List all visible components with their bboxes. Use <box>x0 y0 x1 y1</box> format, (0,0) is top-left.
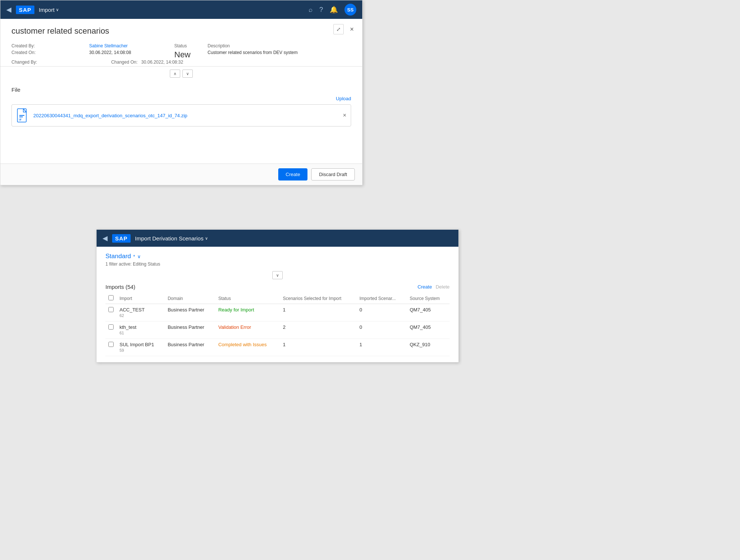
changed-on-label: Changed On: <box>111 60 137 65</box>
collapse-bar: ∧ ∨ <box>0 66 362 81</box>
file-name: 20220630044341_mdq_export_derivation_sce… <box>33 113 346 118</box>
created-on-value: 30.06.2022, 14:08:08 <box>89 50 171 60</box>
table-header-row: Imports (54) Create Delete <box>105 284 450 290</box>
row-checkbox-cell <box>105 304 117 321</box>
header-title: Import ∨ <box>39 7 59 13</box>
td-import-1: kth_test 61 <box>117 321 165 339</box>
row-checkbox-cell <box>105 339 117 356</box>
file-item: 20220630044341_mdq_export_derivation_sce… <box>11 104 351 126</box>
td-domain-1: Business Partner <box>165 321 215 339</box>
bottom-back-button[interactable]: ◀ <box>102 234 108 242</box>
top-panel-header: ◀ SAP Import ∨ ⌕ ? 🔔 SS <box>0 0 362 19</box>
bottom-sap-logo: SAP <box>112 234 131 243</box>
avatar[interactable]: SS <box>344 4 356 16</box>
file-remove-button[interactable]: × <box>343 112 346 119</box>
svg-rect-1 <box>19 115 24 116</box>
table-create-button[interactable]: Create <box>417 284 432 290</box>
th-domain: Domain <box>165 293 215 304</box>
top-panel: ◀ SAP Import ∨ ⌕ ? 🔔 SS ⤢ × customer rel… <box>0 0 363 185</box>
td-status-0: Ready for Import <box>215 304 280 321</box>
created-by-value: Sabine Stellmacher <box>89 43 171 48</box>
header-title-chevron[interactable]: ∨ <box>56 7 59 12</box>
td-imported-scenarios-1: 0 <box>357 321 407 339</box>
th-status: Status <box>215 293 280 304</box>
meta-grid: Created By: Sabine Stellmacher Status De… <box>11 43 351 60</box>
upload-area: Upload <box>11 96 351 101</box>
row-checkbox-cell <box>105 321 117 339</box>
table-title: Imports (54) <box>105 284 135 290</box>
file-section-title: File <box>11 87 351 93</box>
back-button[interactable]: ◀ <box>6 6 11 14</box>
td-source-system-0: QM7_405 <box>407 304 450 321</box>
changed-by-label: Changed By: <box>11 60 37 65</box>
view-title-asterisk: * <box>133 254 135 259</box>
td-imported-scenarios-2: 1 <box>357 339 407 356</box>
svg-point-3 <box>18 118 21 121</box>
panel-footer: Create Discard Draft <box>0 163 362 185</box>
th-source-system: Source System <box>407 293 450 304</box>
th-checkbox <box>105 293 117 304</box>
bottom-header-title-chevron[interactable]: ∨ <box>205 236 208 241</box>
filter-collapse: ∨ <box>105 271 450 279</box>
filter-collapse-button[interactable]: ∨ <box>272 271 283 279</box>
td-imported-scenarios-0: 0 <box>357 304 407 321</box>
status-value: New <box>174 50 204 60</box>
close-button[interactable]: × <box>347 24 357 34</box>
th-import: Import <box>117 293 165 304</box>
td-source-system-2: QKZ_910 <box>407 339 450 356</box>
view-title: Standard <box>105 253 131 260</box>
td-status-1: Validation Error <box>215 321 280 339</box>
description-value: Customer related scenarios from DEV syst… <box>208 50 351 60</box>
created-on-label: Created On: <box>11 50 85 60</box>
collapse-down-button[interactable]: ∨ <box>182 70 193 78</box>
td-scenarios-selected-0: 1 <box>280 304 357 321</box>
select-all-checkbox[interactable] <box>108 295 114 300</box>
header-right-actions: ⌕ ? 🔔 SS <box>309 4 356 16</box>
table-row: ACC_TEST 62 Business Partner Ready for I… <box>105 304 450 321</box>
view-title-row: Standard * ∨ <box>105 253 450 260</box>
discard-draft-button[interactable]: Discard Draft <box>311 168 355 181</box>
svg-rect-2 <box>19 117 23 117</box>
td-domain-2: Business Partner <box>165 339 215 356</box>
table-delete-button[interactable]: Delete <box>435 284 450 290</box>
bottom-content: Standard * ∨ 1 filter active: Editing St… <box>97 247 458 362</box>
panel-content: ⤢ × customer related scenarios Created B… <box>0 19 362 163</box>
td-import-2: SUL Import BP1 59 <box>117 339 165 356</box>
notification-icon[interactable]: 🔔 <box>330 6 338 14</box>
view-chevron[interactable]: ∨ <box>137 254 141 259</box>
help-icon[interactable]: ? <box>319 6 323 14</box>
th-imported-scenarios: Imported Scenar... <box>357 293 407 304</box>
description-label: Description <box>208 43 351 48</box>
td-status-2: Completed with Issues <box>215 339 280 356</box>
td-import-0: ACC_TEST 62 <box>117 304 165 321</box>
sap-logo: SAP <box>16 6 34 14</box>
file-icon <box>17 108 29 122</box>
table-row: kth_test 61 Business Partner Validation … <box>105 321 450 339</box>
row-checkbox-1[interactable] <box>108 324 114 330</box>
td-source-system-1: QM7_405 <box>407 321 450 339</box>
status-label: Status <box>174 43 204 48</box>
table-actions: Create Delete <box>417 284 450 290</box>
upload-link[interactable]: Upload <box>336 96 351 101</box>
changed-on-value: 30.06.2022, 14:08:32 <box>141 60 183 65</box>
page-title: customer related scenarios <box>11 26 351 36</box>
td-scenarios-selected-2: 1 <box>280 339 357 356</box>
panel-top-icons: ⤢ × <box>333 24 357 34</box>
filter-text: 1 filter active: Editing Status <box>105 262 450 267</box>
th-scenarios-selected: Scenarios Selected for Import <box>280 293 357 304</box>
search-icon[interactable]: ⌕ <box>309 6 313 14</box>
row-checkbox-0[interactable] <box>108 307 114 312</box>
row-checkbox-2[interactable] <box>108 342 114 347</box>
bottom-panel: ◀ SAP Import Derivation Scenarios ∨ Stan… <box>96 229 459 362</box>
created-by-label: Created By: <box>11 43 85 48</box>
expand-button[interactable]: ⤢ <box>333 24 344 34</box>
td-domain-0: Business Partner <box>165 304 215 321</box>
td-scenarios-selected-1: 2 <box>280 321 357 339</box>
collapse-up-button[interactable]: ∧ <box>170 70 180 78</box>
changed-by-value <box>41 60 107 65</box>
bottom-header-title: Import Derivation Scenarios ∨ <box>135 235 208 242</box>
bottom-panel-header: ◀ SAP Import Derivation Scenarios ∨ <box>97 230 458 247</box>
table-row: SUL Import BP1 59 Business Partner Compl… <box>105 339 450 356</box>
imports-table: Import Domain Status Scenarios Selected … <box>105 293 450 356</box>
create-button[interactable]: Create <box>278 168 307 181</box>
